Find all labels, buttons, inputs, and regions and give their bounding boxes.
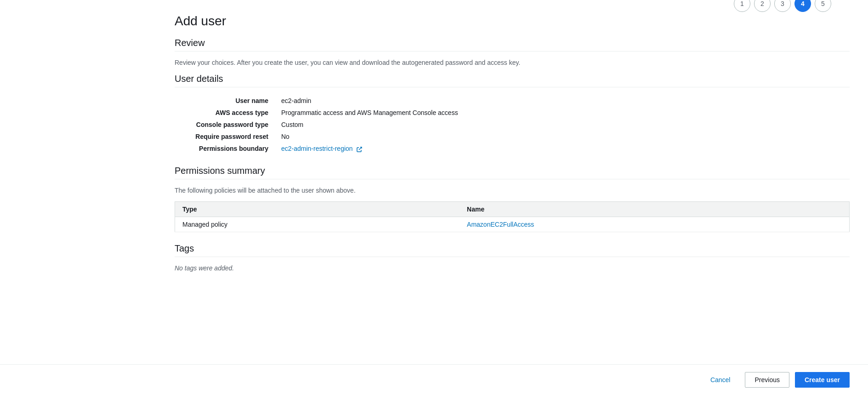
wizard-step-5[interactable]: 5 <box>815 0 831 12</box>
svg-line-0 <box>359 147 362 150</box>
footer: Cancel Previous Create user <box>0 364 868 395</box>
tags-divider <box>175 257 850 257</box>
tags-section-title: Tags <box>175 243 850 254</box>
policy-link[interactable]: AmazonEC2FullAccess <box>467 221 534 228</box>
table-header-row: Type Name <box>175 202 850 217</box>
table-row: Managed policy AmazonEC2FullAccess <box>175 217 850 232</box>
user-details-title: User details <box>175 74 850 84</box>
table-row: Require password reset No <box>175 131 850 143</box>
wizard-step-1[interactable]: 1 <box>734 0 750 12</box>
cancel-button[interactable]: Cancel <box>701 372 740 387</box>
page-title: Add user <box>175 14 850 29</box>
wizard-step-3[interactable]: 3 <box>774 0 791 12</box>
review-section-title: Review <box>175 38 850 48</box>
previous-button[interactable]: Previous <box>745 372 789 388</box>
field-value-permissions-boundary: ec2-admin-restrict-region <box>276 143 850 155</box>
policy-name: AmazonEC2FullAccess <box>460 217 849 232</box>
table-row: Console password type Custom <box>175 119 850 131</box>
field-label-access-type: AWS access type <box>175 107 276 119</box>
wizard-steps: 1 2 3 4 5 <box>734 0 831 12</box>
permissions-divider <box>175 179 850 179</box>
wizard-step-2[interactable]: 2 <box>754 0 771 12</box>
review-description: Review your choices. After you create th… <box>175 59 850 66</box>
field-value-access-type: Programmatic access and AWS Management C… <box>276 107 850 119</box>
field-label-password-type: Console password type <box>175 119 276 131</box>
field-value-password-reset: No <box>276 131 850 143</box>
permissions-boundary-link[interactable]: ec2-admin-restrict-region <box>281 145 362 152</box>
col-header-type: Type <box>175 202 460 217</box>
policy-type: Managed policy <box>175 217 460 232</box>
table-row: User name ec2-admin <box>175 95 850 107</box>
permissions-table: Type Name Managed policy AmazonEC2FullAc… <box>175 201 850 232</box>
tags-empty-message: No tags were added. <box>175 264 850 272</box>
field-value-password-type: Custom <box>276 119 850 131</box>
wizard-step-4[interactable]: 4 <box>794 0 811 12</box>
review-divider <box>175 51 850 52</box>
field-label-permissions-boundary: Permissions boundary <box>175 143 276 155</box>
field-value-username: ec2-admin <box>276 95 850 107</box>
user-details-divider <box>175 87 850 87</box>
user-details-table: User name ec2-admin AWS access type Prog… <box>175 95 850 155</box>
col-header-name: Name <box>460 202 849 217</box>
table-row: AWS access type Programmatic access and … <box>175 107 850 119</box>
field-label-username: User name <box>175 95 276 107</box>
create-user-button[interactable]: Create user <box>795 372 850 388</box>
permissions-description: The following policies will be attached … <box>175 187 850 194</box>
table-row: Permissions boundary ec2-admin-restrict-… <box>175 143 850 155</box>
permissions-summary-title: Permissions summary <box>175 166 850 176</box>
external-link-icon <box>357 146 362 152</box>
field-label-password-reset: Require password reset <box>175 131 276 143</box>
